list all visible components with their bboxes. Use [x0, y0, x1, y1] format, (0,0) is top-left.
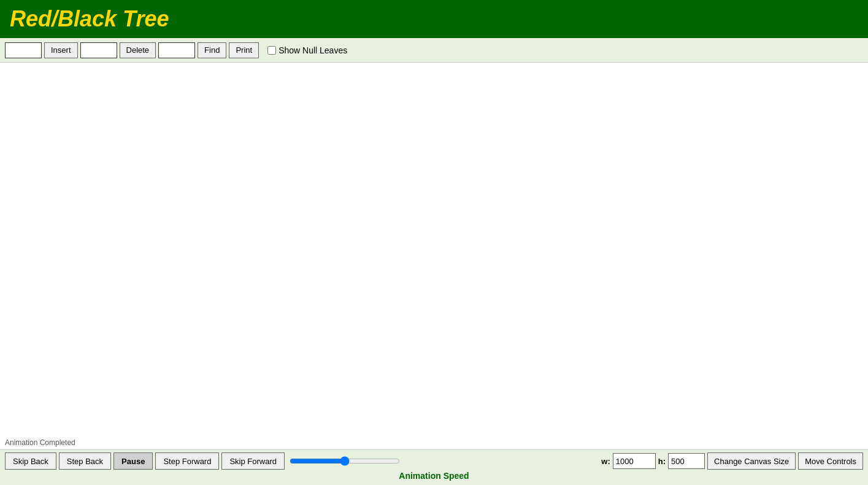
print-button[interactable]: Print [229, 42, 259, 58]
speed-slider[interactable] [290, 455, 400, 467]
speed-slider-container [290, 455, 400, 467]
step-back-button[interactable]: Step Back [59, 452, 111, 470]
skip-back-button[interactable]: Skip Back [5, 452, 56, 470]
canvas-size-controls: w: h: Change Canvas Size Move Controls [601, 452, 863, 470]
bottom-controls: Skip Back Step Back Pause Step Forward S… [5, 452, 863, 470]
step-forward-button[interactable]: Step Forward [155, 452, 219, 470]
delete-input[interactable] [80, 42, 117, 58]
animation-speed-label: Animation Speed [399, 471, 469, 481]
toolbar: Insert Delete Find Print Show Null Leave… [0, 38, 868, 63]
bottom-bar: Skip Back Step Back Pause Step Forward S… [0, 449, 868, 485]
canvas-height-input[interactable] [668, 453, 705, 469]
find-input[interactable] [158, 42, 195, 58]
canvas-height-label: h: [658, 457, 666, 466]
show-null-leaves-checkbox[interactable] [267, 46, 276, 55]
show-null-leaves-label[interactable]: Show Null Leaves [267, 45, 347, 55]
change-canvas-size-button[interactable]: Change Canvas Size [707, 452, 796, 470]
pause-button[interactable]: Pause [113, 452, 153, 470]
move-controls-button[interactable]: Move Controls [798, 452, 863, 470]
app-header: Red/Black Tree [0, 0, 868, 38]
canvas-area: Animation Completed [0, 63, 868, 449]
canvas-width-label: w: [601, 457, 610, 466]
find-button[interactable]: Find [198, 42, 226, 58]
skip-forward-button[interactable]: Skip Forward [221, 452, 285, 470]
canvas-width-input[interactable] [613, 453, 656, 469]
app-title: Red/Black Tree [10, 6, 169, 32]
insert-button[interactable]: Insert [44, 42, 78, 58]
show-null-leaves-text: Show Null Leaves [278, 45, 347, 55]
delete-button[interactable]: Delete [120, 42, 156, 58]
insert-input[interactable] [5, 42, 42, 58]
animation-status: Animation Completed [0, 436, 80, 449]
